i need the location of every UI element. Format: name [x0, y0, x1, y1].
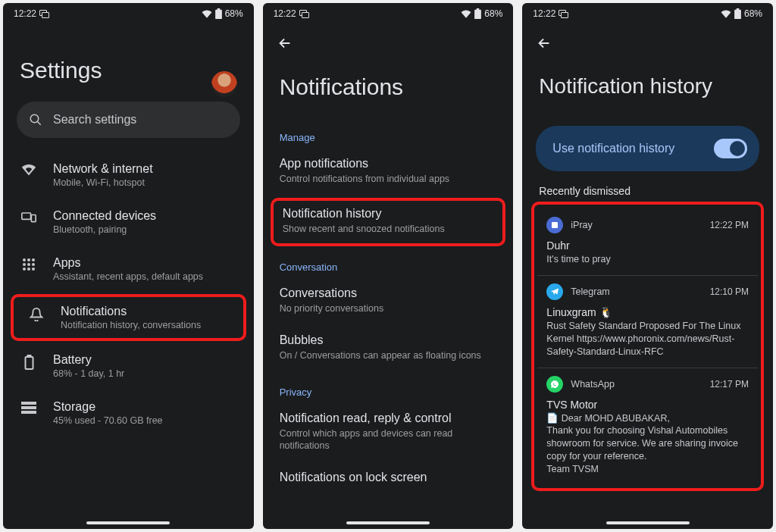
item-read-reply-control[interactable]: Notification read, reply & control Contr… [263, 404, 514, 464]
section-label: Manage [263, 118, 514, 149]
phone-history: 12:22 68% Notification history Use notif… [522, 3, 773, 529]
devices-icon [20, 209, 38, 223]
profile-avatar[interactable] [211, 71, 237, 97]
battery-icon [215, 8, 222, 19]
switch-on-icon[interactable] [714, 139, 747, 158]
notification-card[interactable]: iPray 12:22 PM Duhr It's time to pray [537, 209, 758, 275]
toggle-use-history[interactable]: Use notification history [536, 126, 759, 171]
app-icon-telegram [546, 283, 563, 300]
svg-point-0 [30, 114, 39, 123]
battery-icon [20, 353, 38, 370]
svg-point-8 [27, 263, 30, 266]
wifi-icon [461, 10, 471, 18]
cards-icon [559, 10, 568, 17]
svg-point-4 [23, 258, 26, 261]
back-icon[interactable] [277, 35, 293, 52]
section-manage: Manage App notifications Control notific… [263, 118, 514, 248]
section-label: Conversation [263, 248, 514, 279]
svg-rect-14 [27, 355, 30, 357]
storage-icon [20, 400, 38, 414]
svg-point-5 [27, 258, 30, 261]
wifi-icon [20, 162, 38, 176]
nav-handle[interactable] [346, 521, 430, 524]
apps-icon [20, 256, 38, 271]
svg-rect-18 [552, 222, 558, 228]
svg-rect-17 [21, 411, 36, 414]
page-title: Notifications [263, 52, 514, 118]
cards-icon [299, 10, 308, 17]
item-notification-history[interactable]: Notification history Show recent and sno… [274, 201, 503, 243]
svg-point-7 [23, 263, 26, 266]
svg-rect-16 [21, 406, 36, 409]
svg-rect-3 [31, 215, 36, 222]
battery-icon [474, 8, 481, 19]
notification-list: iPray 12:22 PM Duhr It's time to pray Te… [531, 202, 764, 491]
app-icon-ipray [546, 217, 563, 233]
app-icon-whatsapp [546, 376, 563, 393]
section-label: Privacy [263, 373, 514, 404]
page-title: Notification history [522, 52, 773, 117]
svg-point-9 [32, 263, 35, 266]
section-privacy: Privacy Notification read, reply & contr… [263, 373, 514, 485]
phone-notifications: 12:22 68% Notifications Manage App notif… [263, 3, 514, 529]
nav-handle[interactable] [86, 521, 170, 524]
wifi-icon [721, 10, 731, 18]
notification-card[interactable]: WhatsApp 12:17 PM TVS Motor 📄 Dear MOHD … [537, 368, 758, 485]
settings-item-battery[interactable]: Battery68% - 1 day, 1 hr [3, 343, 254, 390]
svg-rect-15 [21, 402, 36, 405]
status-bar: 12:22 68% [522, 3, 773, 24]
status-bar: 12:22 68% [3, 3, 254, 24]
svg-line-1 [37, 121, 41, 125]
search-input[interactable]: Search settings [17, 102, 240, 138]
status-bar: 12:22 68% [263, 3, 514, 24]
phone-settings: 12:22 68% Settings Search settings Netwo… [3, 3, 254, 529]
status-battery: 68% [225, 8, 243, 19]
wifi-icon [202, 10, 212, 18]
settings-item-connected[interactable]: Connected devicesBluetooth, pairing [3, 199, 254, 246]
notification-card[interactable]: Telegram 12:10 PM Linuxgram 🐧 Rust Safet… [537, 275, 758, 368]
section-conversation: Conversation Conversations No priority c… [263, 248, 514, 373]
cards-icon [39, 10, 48, 17]
svg-point-11 [27, 268, 30, 271]
settings-item-network[interactable]: Network & internetMobile, Wi-Fi, hotspot [3, 152, 254, 199]
svg-point-6 [32, 258, 35, 261]
svg-point-10 [23, 268, 26, 271]
svg-point-12 [32, 268, 35, 271]
search-placeholder: Search settings [53, 113, 136, 127]
settings-item-apps[interactable]: AppsAssistant, recent apps, default apps [3, 246, 254, 293]
item-conversations[interactable]: Conversations No priority conversations [263, 279, 514, 326]
item-lock-screen[interactable]: Notifications on lock screen [263, 463, 514, 484]
subheader: Recently dismissed [522, 185, 773, 202]
item-bubbles[interactable]: Bubbles On / Conversations can appear as… [263, 326, 514, 373]
toggle-label: Use notification history [552, 142, 674, 155]
nav-handle[interactable] [606, 521, 690, 524]
svg-rect-2 [22, 213, 31, 219]
bell-icon [27, 305, 45, 321]
back-icon[interactable] [536, 35, 552, 52]
settings-list: Network & internetMobile, Wi-Fi, hotspot… [3, 152, 254, 529]
search-icon [29, 113, 42, 127]
battery-icon [734, 8, 741, 19]
item-app-notifications[interactable]: App notifications Control notifications … [263, 149, 514, 196]
svg-rect-13 [25, 357, 33, 369]
status-time: 12:22 [14, 8, 36, 19]
settings-item-notifications[interactable]: NotificationsNotification history, conve… [14, 297, 243, 338]
settings-item-storage[interactable]: Storage45% used - 70.60 GB free [3, 390, 254, 437]
